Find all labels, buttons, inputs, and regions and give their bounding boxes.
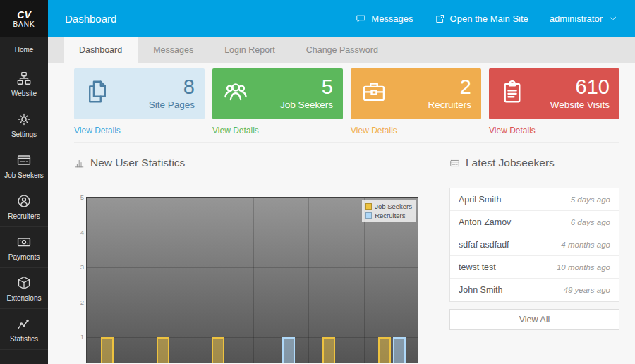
- group-icon: [222, 78, 249, 105]
- jobseeker-name: sdfaf asdfadf: [459, 240, 509, 250]
- gear-icon: [16, 111, 32, 127]
- jobseekers-list: April Smith5 days agoAnton Zamov6 days a…: [449, 188, 619, 302]
- tab-dashboard[interactable]: Dashboard: [64, 37, 138, 63]
- stat-value: 2: [428, 76, 471, 97]
- tab-bar: DashboardMessagesLogin ReportChange Pass…: [48, 37, 635, 63]
- sidebar-item-users[interactable]: [0, 350, 48, 364]
- y-tick-label: 3: [80, 263, 84, 271]
- sidebar-item-home[interactable]: Home: [0, 37, 48, 63]
- stat-card-text: 5Job Seekers: [280, 76, 333, 111]
- open-main-site-label: Open the Main Site: [450, 13, 528, 24]
- latest-jobseekers-panel: Latest Jobseekers April Smith5 days agoA…: [449, 143, 619, 363]
- user-menu[interactable]: administrator: [550, 13, 618, 24]
- jobseeker-time: 10 months ago: [557, 263, 610, 272]
- jobseeker-time: 49 years ago: [564, 286, 611, 294]
- id-card-icon: [449, 158, 460, 169]
- bar-chart-icon: [74, 158, 85, 169]
- view-all-button[interactable]: View All: [449, 309, 619, 330]
- messages-link[interactable]: Messages: [356, 13, 413, 24]
- stat-cards-row: 8Site PagesView Details5Job SeekersView …: [74, 68, 619, 136]
- stat-value: 5: [280, 76, 333, 97]
- pages-icon: [84, 78, 111, 105]
- stat-label: Website Visits: [550, 99, 610, 110]
- sidebar-item-label: Home: [15, 46, 34, 54]
- open-main-site-link[interactable]: Open the Main Site: [435, 13, 528, 24]
- legend-swatch: [365, 203, 372, 210]
- money-icon: [16, 234, 32, 250]
- stat-label: Job Seekers: [280, 99, 333, 110]
- messages-icon: [356, 13, 366, 24]
- jobseeker-row: April Smith5 days ago: [450, 188, 619, 211]
- tab-login-report[interactable]: Login Report: [209, 37, 291, 63]
- jobseekers-panel-title: Latest Jobseekers: [449, 157, 619, 169]
- user-circle-icon: [16, 193, 32, 209]
- jobseeker-row: John Smith49 years ago: [450, 279, 619, 301]
- bar-recruiters: [282, 337, 295, 363]
- sidebar-item-label: Settings: [11, 131, 37, 138]
- sidebar-item-settings[interactable]: Settings: [0, 104, 48, 145]
- chart-plot: Job SeekersRecruiters: [86, 197, 418, 363]
- chevron-down-icon: [607, 13, 618, 24]
- gridline-v: [198, 198, 198, 363]
- jobseeker-name: Anton Zamov: [459, 217, 511, 227]
- gridline-h: [87, 337, 418, 338]
- legend-entry: Recruiters: [365, 211, 412, 220]
- gridline-v: [308, 198, 309, 363]
- stat-value: 610: [550, 76, 610, 97]
- view-details-link[interactable]: View Details: [74, 126, 121, 135]
- stat-label: Recruiters: [428, 99, 471, 110]
- sidebar-item-label: Website: [11, 90, 37, 97]
- jobseeker-name: tewst test: [459, 262, 496, 272]
- brand-logo[interactable]: CV BANK: [0, 0, 48, 37]
- jobseeker-row: tewst test10 months ago: [450, 256, 619, 279]
- user-menu-label: administrator: [550, 13, 603, 24]
- stat-card-box: 2Recruiters: [351, 68, 481, 119]
- stat-card-site-pages: 8Site PagesView Details: [74, 68, 205, 136]
- id-card-icon: [16, 152, 32, 168]
- stat-card-website-visits: 610Website VisitsView Details: [489, 68, 619, 136]
- jobseeker-time: 4 months ago: [561, 241, 610, 249]
- chart-panel-title: New User Statistics: [74, 157, 430, 169]
- sidebar-item-label: Payments: [8, 253, 40, 261]
- gridline-h: [87, 233, 418, 233]
- legend-label: Recruiters: [375, 211, 405, 220]
- stat-card-box: 610Website Visits: [489, 68, 619, 119]
- sidebar-item-recruiters[interactable]: Recruiters: [0, 186, 48, 227]
- chart-y-axis: 12345: [74, 197, 84, 363]
- chart: 12345 Job SeekersRecruiters: [74, 197, 430, 363]
- gridline-v: [364, 198, 365, 363]
- top-bar-actions: Messages Open the Main Site administrato…: [356, 13, 618, 24]
- view-details-link[interactable]: View Details: [212, 126, 259, 135]
- bar-recruiters: [393, 337, 406, 363]
- legend-swatch: [365, 212, 372, 219]
- clipboard-icon: [499, 78, 526, 105]
- bar-job-seekers: [101, 337, 114, 363]
- stat-value: 8: [149, 76, 195, 97]
- y-tick-label: 5: [80, 193, 84, 201]
- sidebar-item-payments[interactable]: Payments: [0, 227, 48, 268]
- view-details-link[interactable]: View Details: [489, 126, 536, 135]
- sidebar-item-statistics[interactable]: Statistics: [0, 309, 48, 350]
- content: 8Site PagesView Details5Job SeekersView …: [48, 63, 635, 364]
- main-area: Dashboard Messages Open the Main Site ad…: [48, 0, 635, 364]
- jobseeker-time: 6 days ago: [571, 218, 610, 226]
- view-details-link[interactable]: View Details: [351, 126, 397, 135]
- chart-panel-title-label: New User Statistics: [90, 157, 185, 169]
- briefcase-icon: [361, 78, 387, 105]
- tab-messages[interactable]: Messages: [138, 37, 209, 63]
- sidebar-item-label: Statistics: [10, 335, 38, 343]
- panels-row: New User Statistics 12345 Job SeekersRec…: [74, 142, 619, 363]
- top-bar: Dashboard Messages Open the Main Site ad…: [48, 0, 635, 37]
- sidebar-item-job-seekers[interactable]: Job Seekers: [0, 145, 48, 186]
- jobseeker-row: sdfaf asdfadf4 months ago: [450, 233, 619, 256]
- stat-card-text: 2Recruiters: [428, 76, 471, 111]
- gridline-h: [87, 267, 418, 268]
- divider: [449, 178, 619, 178]
- sitemap-icon: [16, 71, 32, 86]
- sidebar-item-website[interactable]: Website: [0, 63, 48, 104]
- sidebar-nav: HomeWebsiteSettingsJob SeekersRecruiters…: [0, 37, 48, 364]
- gridline-v: [143, 198, 143, 363]
- sidebar-item-extensions[interactable]: Extensions: [0, 268, 48, 309]
- stat-card-box: 8Site Pages: [74, 68, 205, 119]
- tab-change-password[interactable]: Change Password: [291, 37, 394, 63]
